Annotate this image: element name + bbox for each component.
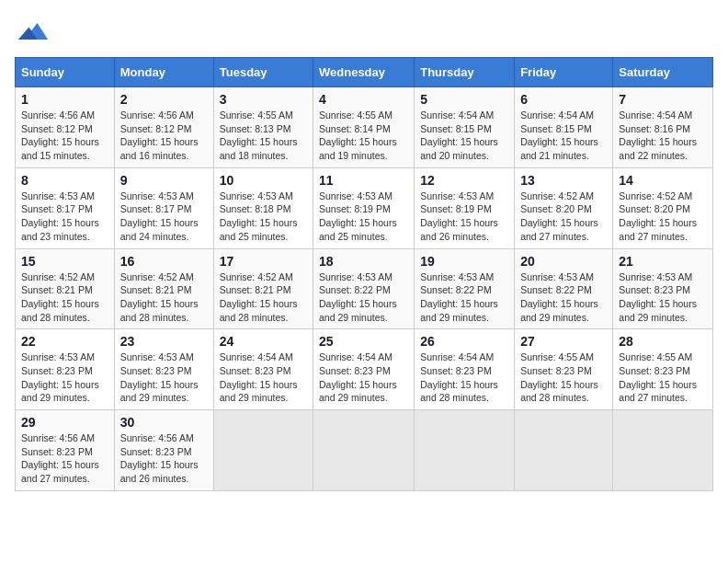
day-info: Sunrise: 4:52 AMSunset: 8:21 PMDaylight:… bbox=[220, 270, 307, 325]
day-number: 25 bbox=[319, 334, 408, 349]
calendar-week-4: 22Sunrise: 4:53 AMSunset: 8:23 PMDayligh… bbox=[16, 329, 713, 410]
calendar-cell bbox=[415, 410, 515, 491]
day-number: 16 bbox=[120, 254, 208, 269]
day-info: Sunrise: 4:52 AMSunset: 8:20 PMDaylight:… bbox=[619, 190, 707, 244]
header-wednesday: Wednesday bbox=[313, 58, 415, 87]
header-friday: Friday bbox=[515, 58, 613, 87]
day-info: Sunrise: 4:56 AMSunset: 8:12 PMDaylight:… bbox=[21, 109, 108, 163]
day-info: Sunrise: 4:53 AMSunset: 8:22 PMDaylight:… bbox=[420, 270, 508, 325]
day-info: Sunrise: 4:54 AMSunset: 8:15 PMDaylight:… bbox=[520, 109, 607, 163]
calendar-cell: 1Sunrise: 4:56 AMSunset: 8:12 PMDaylight… bbox=[16, 87, 115, 168]
day-info: Sunrise: 4:54 AMSunset: 8:23 PMDaylight:… bbox=[319, 350, 408, 405]
day-number: 13 bbox=[520, 173, 607, 188]
day-info: Sunrise: 4:54 AMSunset: 8:23 PMDaylight:… bbox=[420, 350, 508, 405]
calendar-cell: 27Sunrise: 4:55 AMSunset: 8:23 PMDayligh… bbox=[515, 329, 613, 410]
day-info: Sunrise: 4:56 AMSunset: 8:12 PMDaylight:… bbox=[120, 109, 208, 163]
calendar-cell: 14Sunrise: 4:52 AMSunset: 8:20 PMDayligh… bbox=[613, 167, 713, 248]
calendar-cell: 18Sunrise: 4:53 AMSunset: 8:22 PMDayligh… bbox=[313, 248, 415, 329]
day-info: Sunrise: 4:53 AMSunset: 8:23 PMDaylight:… bbox=[120, 350, 208, 405]
day-info: Sunrise: 4:53 AMSunset: 8:19 PMDaylight:… bbox=[420, 190, 508, 244]
day-info: Sunrise: 4:53 AMSunset: 8:22 PMDaylight:… bbox=[319, 270, 408, 325]
day-number: 14 bbox=[619, 173, 707, 188]
calendar-cell: 23Sunrise: 4:53 AMSunset: 8:23 PMDayligh… bbox=[114, 329, 213, 410]
day-info: Sunrise: 4:52 AMSunset: 8:21 PMDaylight:… bbox=[120, 270, 208, 325]
day-number: 30 bbox=[120, 415, 208, 430]
day-info: Sunrise: 4:54 AMSunset: 8:23 PMDaylight:… bbox=[220, 350, 307, 405]
calendar-header-row: SundayMondayTuesdayWednesdayThursdayFrid… bbox=[16, 58, 713, 87]
calendar-cell: 5Sunrise: 4:54 AMSunset: 8:15 PMDaylight… bbox=[415, 87, 515, 168]
calendar-week-3: 15Sunrise: 4:52 AMSunset: 8:21 PMDayligh… bbox=[16, 248, 713, 329]
day-number: 2 bbox=[120, 92, 208, 107]
calendar-cell: 2Sunrise: 4:56 AMSunset: 8:12 PMDaylight… bbox=[114, 87, 213, 168]
day-number: 17 bbox=[220, 254, 307, 269]
calendar-cell: 16Sunrise: 4:52 AMSunset: 8:21 PMDayligh… bbox=[114, 248, 213, 329]
day-info: Sunrise: 4:52 AMSunset: 8:21 PMDaylight:… bbox=[21, 270, 108, 325]
calendar-cell: 4Sunrise: 4:55 AMSunset: 8:14 PMDaylight… bbox=[313, 87, 415, 168]
calendar-cell: 17Sunrise: 4:52 AMSunset: 8:21 PMDayligh… bbox=[213, 248, 313, 329]
calendar-cell: 15Sunrise: 4:52 AMSunset: 8:21 PMDayligh… bbox=[16, 248, 115, 329]
day-info: Sunrise: 4:53 AMSunset: 8:23 PMDaylight:… bbox=[21, 350, 108, 405]
day-number: 29 bbox=[21, 415, 108, 430]
calendar-cell: 22Sunrise: 4:53 AMSunset: 8:23 PMDayligh… bbox=[16, 329, 115, 410]
calendar-cell: 21Sunrise: 4:53 AMSunset: 8:23 PMDayligh… bbox=[613, 248, 713, 329]
day-info: Sunrise: 4:56 AMSunset: 8:23 PMDaylight:… bbox=[120, 431, 208, 486]
day-number: 23 bbox=[120, 334, 208, 349]
page-header bbox=[15, 15, 713, 48]
day-number: 8 bbox=[21, 173, 108, 188]
day-number: 22 bbox=[21, 334, 108, 349]
day-number: 21 bbox=[619, 254, 707, 269]
day-info: Sunrise: 4:55 AMSunset: 8:23 PMDaylight:… bbox=[619, 350, 707, 405]
day-info: Sunrise: 4:55 AMSunset: 8:13 PMDaylight:… bbox=[220, 109, 307, 163]
day-number: 20 bbox=[520, 254, 607, 269]
header-sunday: Sunday bbox=[16, 58, 115, 87]
day-info: Sunrise: 4:56 AMSunset: 8:23 PMDaylight:… bbox=[21, 431, 108, 486]
calendar-cell bbox=[313, 410, 415, 491]
header-tuesday: Tuesday bbox=[213, 58, 313, 87]
day-number: 5 bbox=[420, 92, 508, 107]
calendar-cell: 9Sunrise: 4:53 AMSunset: 8:17 PMDaylight… bbox=[114, 167, 213, 248]
logo-icon bbox=[17, 15, 50, 48]
calendar-cell: 30Sunrise: 4:56 AMSunset: 8:23 PMDayligh… bbox=[114, 410, 213, 491]
day-number: 24 bbox=[220, 334, 307, 349]
calendar-cell: 19Sunrise: 4:53 AMSunset: 8:22 PMDayligh… bbox=[415, 248, 515, 329]
day-number: 28 bbox=[619, 334, 707, 349]
day-number: 18 bbox=[319, 254, 408, 269]
calendar-week-5: 29Sunrise: 4:56 AMSunset: 8:23 PMDayligh… bbox=[16, 410, 713, 491]
day-number: 11 bbox=[319, 173, 408, 188]
day-number: 7 bbox=[619, 92, 707, 107]
day-number: 26 bbox=[420, 334, 508, 349]
day-info: Sunrise: 4:55 AMSunset: 8:23 PMDaylight:… bbox=[520, 350, 607, 405]
day-number: 9 bbox=[120, 173, 208, 188]
day-info: Sunrise: 4:55 AMSunset: 8:14 PMDaylight:… bbox=[319, 109, 408, 163]
day-info: Sunrise: 4:53 AMSunset: 8:17 PMDaylight:… bbox=[120, 190, 208, 244]
header-thursday: Thursday bbox=[415, 58, 515, 87]
calendar-cell: 6Sunrise: 4:54 AMSunset: 8:15 PMDaylight… bbox=[515, 87, 613, 168]
day-number: 19 bbox=[420, 254, 508, 269]
day-info: Sunrise: 4:54 AMSunset: 8:16 PMDaylight:… bbox=[619, 109, 707, 163]
day-number: 27 bbox=[520, 334, 607, 349]
calendar-cell: 25Sunrise: 4:54 AMSunset: 8:23 PMDayligh… bbox=[313, 329, 415, 410]
calendar-cell bbox=[515, 410, 613, 491]
calendar-cell: 26Sunrise: 4:54 AMSunset: 8:23 PMDayligh… bbox=[415, 329, 515, 410]
day-number: 12 bbox=[420, 173, 508, 188]
logo bbox=[15, 15, 50, 48]
calendar-cell: 3Sunrise: 4:55 AMSunset: 8:13 PMDaylight… bbox=[213, 87, 313, 168]
day-number: 10 bbox=[220, 173, 307, 188]
calendar-cell bbox=[213, 410, 313, 491]
calendar-cell: 8Sunrise: 4:53 AMSunset: 8:17 PMDaylight… bbox=[16, 167, 115, 248]
calendar-week-1: 1Sunrise: 4:56 AMSunset: 8:12 PMDaylight… bbox=[16, 87, 713, 168]
header-monday: Monday bbox=[114, 58, 213, 87]
calendar-cell: 7Sunrise: 4:54 AMSunset: 8:16 PMDaylight… bbox=[613, 87, 713, 168]
day-info: Sunrise: 4:52 AMSunset: 8:20 PMDaylight:… bbox=[520, 190, 607, 244]
day-number: 15 bbox=[21, 254, 108, 269]
calendar-cell: 13Sunrise: 4:52 AMSunset: 8:20 PMDayligh… bbox=[515, 167, 613, 248]
calendar-cell: 10Sunrise: 4:53 AMSunset: 8:18 PMDayligh… bbox=[213, 167, 313, 248]
day-info: Sunrise: 4:53 AMSunset: 8:19 PMDaylight:… bbox=[319, 190, 408, 244]
calendar-cell: 11Sunrise: 4:53 AMSunset: 8:19 PMDayligh… bbox=[313, 167, 415, 248]
header-saturday: Saturday bbox=[613, 58, 713, 87]
day-number: 4 bbox=[319, 92, 408, 107]
calendar-cell: 20Sunrise: 4:53 AMSunset: 8:22 PMDayligh… bbox=[515, 248, 613, 329]
day-number: 1 bbox=[21, 92, 108, 107]
day-info: Sunrise: 4:53 AMSunset: 8:23 PMDaylight:… bbox=[619, 270, 707, 325]
day-number: 3 bbox=[220, 92, 307, 107]
